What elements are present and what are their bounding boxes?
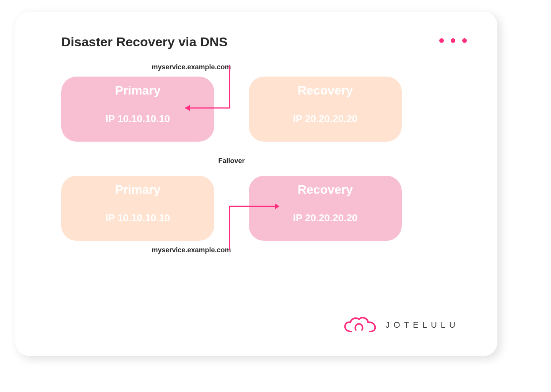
cloud-logo-icon <box>343 315 377 335</box>
box-recovery-before: Recovery IP 20.20.20.20 <box>249 77 402 142</box>
box-title: Primary <box>115 83 160 98</box>
diagram-card: Disaster Recovery via DNS myservice.exam… <box>15 11 497 356</box>
dot-icon <box>439 38 444 43</box>
box-ip: IP 10.10.10.10 <box>106 212 170 224</box>
box-recovery-after: Recovery IP 20.20.20.20 <box>249 176 402 241</box>
window-dots <box>439 38 467 43</box>
failover-label: Failover <box>61 157 402 165</box>
domain-label-after: myservice.example.com <box>0 246 402 254</box>
box-title: Recovery <box>298 83 353 98</box>
box-primary-after: Primary IP 10.10.10.10 <box>61 176 214 241</box>
dot-icon <box>451 38 455 43</box>
diagram-content: myservice.example.com Primary IP 10.10.1… <box>61 63 402 254</box>
row-after: Primary IP 10.10.10.10 Recovery IP 20.20… <box>61 176 402 241</box>
page-title: Disaster Recovery via DNS <box>61 34 467 49</box>
dot-icon <box>462 38 467 43</box>
brand: JOTELULU <box>343 315 459 335</box>
box-ip: IP 20.20.20.20 <box>293 212 358 224</box>
box-ip: IP 10.10.10.10 <box>106 113 170 125</box>
row-before: Primary IP 10.10.10.10 Recovery IP 20.20… <box>61 77 402 142</box>
box-title: Recovery <box>298 183 353 197</box>
brand-name: JOTELULU <box>386 320 459 330</box>
box-ip: IP 20.20.20.20 <box>293 113 358 125</box>
box-title: Primary <box>115 183 160 197</box>
box-primary-before: Primary IP 10.10.10.10 <box>61 77 214 142</box>
domain-label-before: myservice.example.com <box>0 63 402 71</box>
